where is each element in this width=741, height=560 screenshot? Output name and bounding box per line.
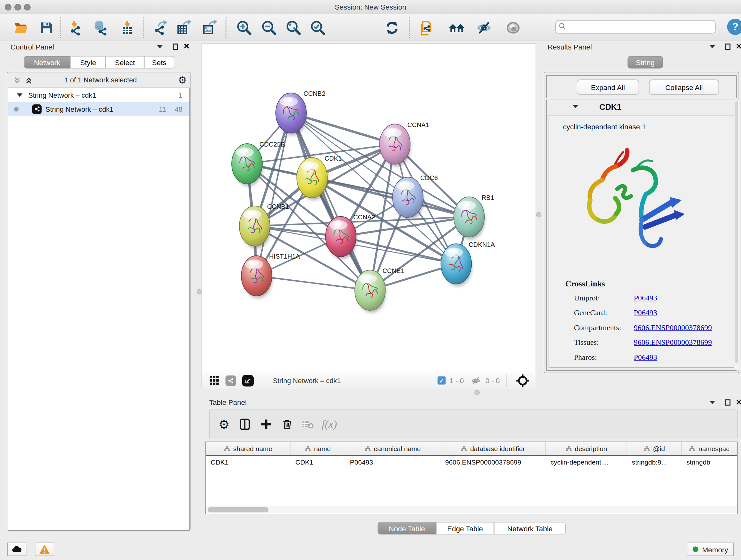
collapse-all-button[interactable]: Collapse All [649,79,719,95]
import-network-database-button[interactable] [91,19,110,37]
expand-all-chevrons-icon[interactable] [25,77,32,84]
crosshair-icon[interactable] [516,373,530,388]
network-edge[interactable] [257,276,370,290]
application-window: Session: New Session [0,0,741,560]
selected-counts: 1 - 0 [449,376,464,385]
export-image-button[interactable] [201,19,219,37]
zoom-selected-button[interactable] [309,19,327,37]
network-node-cdc6[interactable]: CDC6 [393,174,438,220]
help-button[interactable]: ? [727,19,741,35]
table-settings-gear-icon[interactable]: ⚙ [213,414,234,435]
import-network-icon [68,20,83,36]
table-row[interactable]: CDK1CDK1P064939606.ENSP00000378699cyclin… [206,456,737,468]
results-panel-float-icon[interactable] [725,44,731,50]
show-columns-icon[interactable] [234,414,256,435]
crosslink-label: Tissues: [574,338,634,347]
column-header-name[interactable]: name [291,442,345,455]
crosslink-link[interactable]: P06493 [634,353,657,361]
create-column-plus-icon[interactable] [256,414,277,435]
bottom-splitter-handle[interactable] [475,390,480,395]
hide-unhide-button[interactable] [475,19,493,37]
tab-node-table[interactable]: Node Table [378,522,436,535]
table-cell[interactable]: CDK1 [206,458,291,466]
zoom-fit-button[interactable] [284,19,302,37]
warnings-status-button[interactable] [35,543,54,556]
table-cell[interactable]: P06493 [345,458,441,466]
tab-edge-table[interactable]: Edge Table [436,522,494,535]
table-cell[interactable]: 9606.ENSP00000378699 [441,458,546,466]
table-cell[interactable]: cyclin-dependent ... [546,458,627,466]
table-hscrollbar-thumb[interactable] [208,507,269,513]
table-panel-collapse-caret-icon[interactable] [710,401,715,405]
network-node-ccne1[interactable]: CCNE1 [355,267,405,313]
export-network-button[interactable] [151,19,170,37]
network-node-cdkn1a[interactable]: CDKN1A [441,241,495,287]
birds-eye-view-icon[interactable] [210,376,219,385]
search-input[interactable] [555,20,716,34]
network-graph[interactable]: CCNB2CCNA1CDC25BCDK1CDC6RB1CCNB1CCNA2CDK… [202,44,536,372]
column-header-description[interactable]: description [546,442,627,455]
control-panel-close-icon[interactable]: ✕ [184,43,190,50]
gene-section-caret-icon[interactable] [572,105,578,109]
home-view-button[interactable] [448,19,466,37]
tab-select[interactable]: Select [106,56,144,69]
column-header-namespac[interactable]: namespac [682,442,737,455]
right-splitter-handle[interactable] [536,212,542,218]
import-table-button[interactable] [118,19,137,37]
zoom-in-button[interactable] [235,19,253,37]
crosslink-link[interactable]: P06493 [634,294,657,302]
left-splitter-handle[interactable] [197,289,202,295]
results-scrollbar-thumb[interactable] [735,101,738,364]
memory-status-button[interactable]: Memory [687,543,734,556]
expand-all-button[interactable]: Expand All [577,79,639,95]
network-node-rb1[interactable]: RB1 [454,194,494,240]
column-header-canonical-name[interactable]: canonical name [345,442,441,455]
network-node-ccna1[interactable]: CCNA1 [380,121,429,167]
copy-network-button[interactable] [417,19,435,37]
tree-expand-caret-icon[interactable] [17,94,23,97]
tab-network-table[interactable]: Network Table [494,522,566,535]
network-node-cdk1[interactable]: CDK1 [297,155,342,200]
table-panel-close-icon[interactable]: ✕ [736,399,741,406]
network-options-gear-icon[interactable]: ⚙ [178,74,187,86]
table-cell[interactable]: stringdb [682,458,737,466]
network-edge[interactable] [312,178,469,217]
crosslink-link[interactable]: P06493 [634,308,657,317]
crosslink-link[interactable]: 9606.ENSP00000378699 [634,338,712,347]
network-node-ccna2[interactable]: CCNA2 [326,213,375,259]
export-table-button[interactable] [175,19,193,37]
results-panel-collapse-caret-icon[interactable] [710,45,715,49]
table-panel-float-icon[interactable] [725,399,731,406]
control-panel-float-icon[interactable] [173,44,179,50]
table-cell[interactable]: stringdb:9... [627,458,682,466]
delete-column-trash-icon[interactable] [277,414,298,435]
cloud-status-button[interactable] [7,543,26,556]
network-tree-root-row[interactable]: String Network – cdk1 1 [8,88,189,102]
tab-string[interactable]: String [628,56,663,69]
selected-checkbox-icon[interactable]: ✓ [437,376,446,385]
table-cell[interactable]: CDK1 [291,458,345,466]
open-session-button[interactable] [12,19,30,37]
tab-style[interactable]: Style [71,56,106,69]
string-toolbar-icon[interactable] [226,375,236,386]
column-header-database-identifier[interactable]: database identifier [441,442,546,455]
tab-network[interactable]: Network [24,56,71,69]
tab-sets[interactable]: Sets [144,56,175,69]
refresh-view-button[interactable] [383,19,401,37]
control-panel-collapse-caret-icon[interactable] [157,45,163,49]
column-header--id[interactable]: @id [627,442,682,455]
network-edge[interactable] [291,113,370,290]
table-hscrollbar-track[interactable] [206,506,737,513]
crosslink-link[interactable]: 9606.ENSP00000378699 [634,323,712,332]
save-session-button[interactable] [37,19,56,37]
import-network-file-button[interactable] [67,19,85,37]
column-header-shared-name[interactable]: shared name [206,442,291,455]
network-tree-child-row[interactable]: String Network – cdk1 11 48 [8,102,189,116]
hidden-eye-slash-icon[interactable] [470,375,482,386]
collapse-all-chevrons-icon[interactable] [13,77,21,84]
zoom-out-button[interactable] [260,19,278,37]
results-panel-close-icon[interactable]: ✕ [736,43,741,50]
open-in-browser-icon[interactable] [242,375,254,386]
network-node-hist1h1a[interactable]: HIST1H1A [241,253,300,299]
show-graphics-button[interactable] [504,19,522,37]
